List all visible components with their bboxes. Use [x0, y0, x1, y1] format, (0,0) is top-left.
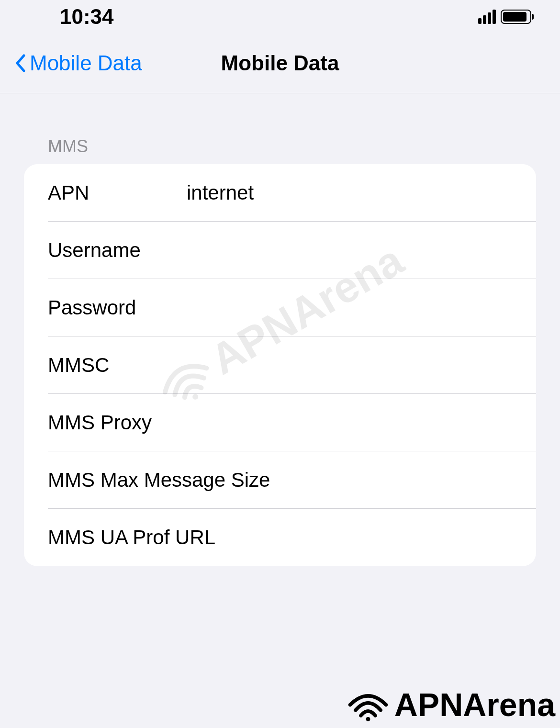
content-area: MMS APN Username Password MMSC MMS Proxy…: [0, 93, 560, 566]
back-button-label: Mobile Data: [30, 51, 142, 75]
status-indicators: [478, 10, 531, 24]
section-header-mms: MMS: [0, 136, 560, 164]
settings-row-password[interactable]: Password: [24, 279, 536, 336]
cellular-signal-icon: [478, 10, 496, 24]
mms-proxy-input[interactable]: [187, 411, 512, 434]
page-title: Mobile Data: [221, 51, 339, 75]
wifi-icon: [347, 687, 390, 723]
back-button[interactable]: Mobile Data: [14, 51, 142, 75]
mms-max-size-input[interactable]: [270, 469, 523, 492]
username-input[interactable]: [187, 239, 512, 262]
chevron-left-icon: [14, 54, 26, 73]
settings-row-mms-proxy[interactable]: MMS Proxy: [24, 394, 536, 451]
mms-max-size-label: MMS Max Message Size: [48, 469, 270, 492]
battery-icon: [501, 10, 531, 24]
mmsc-label: MMSC: [48, 354, 187, 377]
watermark-bottom: APNArena: [347, 686, 555, 723]
settings-row-username[interactable]: Username: [24, 222, 536, 279]
settings-row-mms-max-size[interactable]: MMS Max Message Size: [24, 451, 536, 509]
settings-row-mms-ua-prof-url[interactable]: MMS UA Prof URL: [24, 509, 536, 566]
mms-ua-prof-url-label: MMS UA Prof URL: [48, 526, 215, 549]
status-bar: 10:34: [0, 0, 560, 34]
password-input[interactable]: [187, 296, 512, 319]
mms-proxy-label: MMS Proxy: [48, 411, 187, 434]
status-time: 10:34: [60, 5, 114, 29]
mms-ua-prof-url-input[interactable]: [215, 526, 512, 549]
password-label: Password: [48, 296, 187, 319]
svg-point-1: [366, 717, 370, 721]
navigation-bar: Mobile Data Mobile Data: [0, 34, 560, 93]
settings-group-mms: APN Username Password MMSC MMS Proxy MMS…: [24, 164, 536, 566]
username-label: Username: [48, 239, 187, 262]
settings-row-mmsc[interactable]: MMSC: [24, 336, 536, 394]
mmsc-input[interactable]: [187, 354, 512, 377]
settings-row-apn[interactable]: APN: [24, 164, 536, 222]
watermark-bottom-text: APNArena: [394, 686, 555, 723]
apn-input[interactable]: [187, 181, 512, 204]
apn-label: APN: [48, 181, 187, 204]
